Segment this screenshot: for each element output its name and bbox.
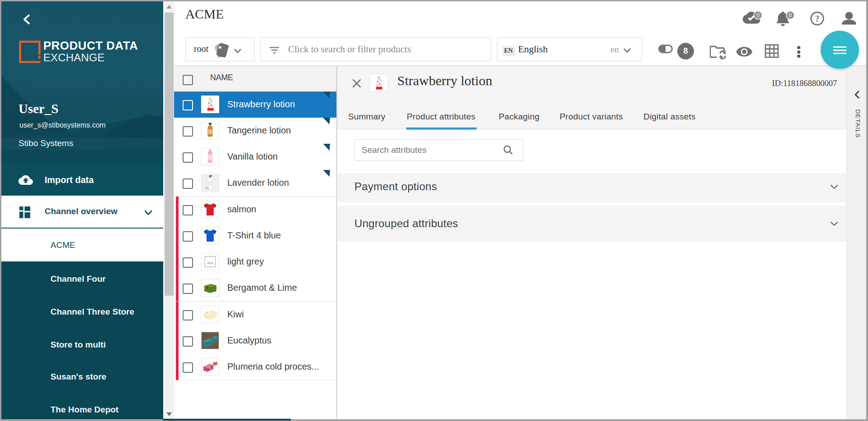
- svg-text:?: ?: [815, 14, 819, 23]
- svg-text:0: 0: [789, 12, 792, 18]
- svg-text:0: 0: [757, 12, 760, 18]
